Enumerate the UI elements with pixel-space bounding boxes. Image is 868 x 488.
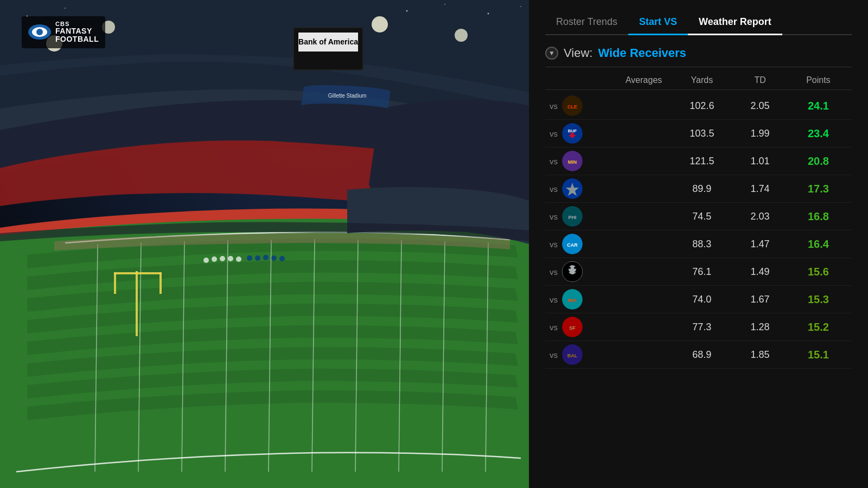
- cell-yards-val-8: 77.3: [673, 322, 731, 333]
- cell-yards-val-7: 74.0: [673, 294, 731, 305]
- tab-weather-report[interactable]: Weather Report: [688, 16, 782, 34]
- data-table: Averages Yards TD Points vs CLE 102.6 2.…: [545, 75, 852, 477]
- tab-start-vs[interactable]: Start VS: [628, 16, 688, 34]
- row-vs-cell: vs CLE: [550, 95, 615, 116]
- cell-points-0: 24.1: [789, 100, 847, 112]
- th-averages: Averages: [615, 75, 673, 85]
- cell-yards-val-6: 76.1: [673, 266, 731, 278]
- row-vs-cell: vs: [550, 261, 615, 282]
- cell-td-7: 1.67: [731, 294, 789, 305]
- cell-td-9: 1.85: [731, 349, 789, 361]
- cell-yards-val-2: 121.5: [673, 156, 731, 167]
- row-vs-cell: vs BAL: [550, 344, 615, 365]
- team-logo-phi: PHI: [562, 206, 583, 227]
- row-vs-cell: vs BUF: [550, 123, 615, 144]
- cell-points-9: 15.1: [789, 349, 847, 361]
- table-row[interactable]: vs MIN 121.5 1.01 20.8: [545, 147, 852, 175]
- table-row[interactable]: vs 89.9 1.74 17.3: [545, 175, 852, 203]
- team-logo-cle: CLE: [562, 95, 583, 116]
- svg-text:PHI: PHI: [568, 215, 576, 220]
- svg-point-7: [212, 256, 217, 262]
- svg-point-26: [406, 10, 408, 12]
- svg-text:BAL: BAL: [567, 353, 578, 358]
- cell-td-8: 1.28: [731, 322, 789, 333]
- cell-points-2: 20.8: [789, 155, 847, 168]
- svg-point-6: [203, 258, 209, 263]
- svg-point-23: [455, 29, 468, 42]
- svg-point-46: [574, 267, 576, 269]
- team-logo-min: MIN: [562, 151, 583, 171]
- table-row[interactable]: vs SF 77.3 1.28 15.2: [545, 313, 852, 341]
- cell-yards-val-4: 74.5: [673, 211, 731, 222]
- tab-roster-trends[interactable]: Roster Trends: [545, 16, 628, 34]
- row-vs-cell: vs MIN: [550, 151, 615, 171]
- table-row[interactable]: vs 76.1 1.49 15.6: [545, 258, 852, 286]
- row-vs-cell: vs MIA: [550, 289, 615, 310]
- th-team: [550, 75, 615, 85]
- svg-rect-2: [136, 271, 138, 336]
- row-vs-cell: vs PHI: [550, 206, 615, 227]
- cell-points-5: 16.4: [789, 238, 847, 251]
- svg-point-27: [444, 4, 445, 5]
- th-points: Points: [789, 75, 847, 85]
- view-dropdown-button[interactable]: ▼: [545, 47, 558, 60]
- left-panel: CBS FANTASY FOOTBALL: [0, 0, 529, 488]
- svg-text:CLE: CLE: [567, 104, 577, 110]
- svg-point-15: [279, 256, 285, 261]
- table-row[interactable]: vs BAL 68.9 1.85 15.1: [545, 341, 852, 369]
- cell-yards-val-0: 102.6: [673, 100, 731, 112]
- svg-rect-4: [114, 272, 116, 294]
- table-row[interactable]: vs PHI 74.5 2.03 16.8: [545, 203, 852, 230]
- cell-td-3: 1.74: [731, 183, 789, 195]
- view-value: Wide Receivers: [598, 46, 686, 60]
- team-logo-oak: [562, 261, 583, 282]
- svg-point-22: [372, 16, 388, 33]
- team-logo-sf: SF: [562, 317, 583, 337]
- table-row[interactable]: vs CLE 102.6 2.05 24.1: [545, 92, 852, 120]
- table-row[interactable]: vs CAR 88.3 1.47 16.4: [545, 230, 852, 258]
- svg-text:Bank of America: Bank of America: [298, 37, 358, 46]
- table-header: Averages Yards TD Points: [545, 75, 852, 90]
- team-logo-car: CAR: [562, 234, 583, 254]
- svg-point-45: [569, 267, 571, 269]
- logo-area: CBS FANTASY FOOTBALL: [22, 16, 105, 48]
- cell-td-6: 1.49: [731, 266, 789, 278]
- table-row[interactable]: vs MIA 74.0 1.67 15.3: [545, 286, 852, 313]
- cell-td-2: 1.01: [731, 156, 789, 167]
- svg-text:MIA: MIA: [568, 298, 577, 303]
- svg-text:SF: SF: [569, 325, 576, 331]
- team-logo-mia: MIA: [562, 289, 583, 310]
- row-vs-cell: vs SF: [550, 317, 615, 337]
- svg-text:MIN: MIN: [568, 159, 577, 165]
- view-selector: ▼ View: Wide Receivers: [545, 46, 852, 67]
- svg-point-44: [569, 265, 576, 273]
- row-vs-cell: vs CAR: [550, 234, 615, 254]
- svg-point-11: [247, 255, 252, 261]
- th-yards: Yards: [673, 75, 731, 85]
- svg-rect-5: [159, 272, 162, 294]
- svg-text:BUF: BUF: [568, 129, 577, 133]
- right-panel: Roster Trends Start VS Weather Report ▼ …: [529, 0, 868, 488]
- svg-point-8: [220, 256, 225, 261]
- svg-rect-3: [114, 272, 162, 274]
- football-label: FOOTBALL: [55, 35, 99, 43]
- svg-point-10: [236, 256, 241, 262]
- tab-navigation: Roster Trends Start VS Weather Report: [545, 16, 852, 35]
- svg-point-9: [228, 256, 233, 261]
- svg-point-25: [65, 8, 66, 9]
- cell-points-8: 15.2: [789, 321, 847, 333]
- cell-points-7: 15.3: [789, 293, 847, 306]
- svg-point-28: [488, 13, 489, 15]
- cell-yards-val-1: 103.5: [673, 128, 731, 139]
- cell-points-1: 23.4: [789, 127, 847, 140]
- fantasy-label: FANTASY: [55, 27, 99, 35]
- team-logo-bal: BAL: [562, 344, 583, 365]
- main-layout: CBS FANTASY FOOTBALL: [0, 0, 868, 488]
- cell-yards-val-5: 88.3: [673, 239, 731, 250]
- table-body: vs CLE 102.6 2.05 24.1 vs BUF 103.5 1.99…: [545, 92, 852, 369]
- cell-yards-val-3: 89.9: [673, 183, 731, 195]
- cell-td-1: 1.99: [731, 128, 789, 139]
- table-row[interactable]: vs BUF 103.5 1.99 23.4: [545, 120, 852, 147]
- cell-td-4: 2.03: [731, 211, 789, 222]
- team-logo-buf: BUF: [562, 123, 583, 144]
